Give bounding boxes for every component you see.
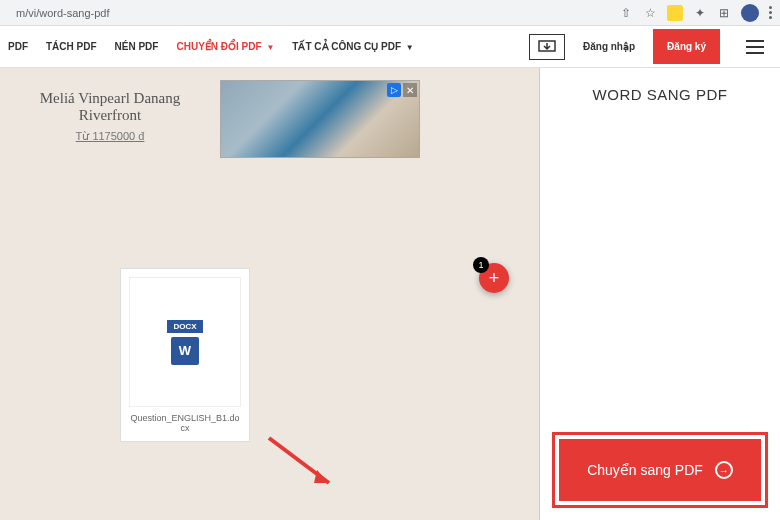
add-file-button[interactable]: 1 +	[479, 263, 509, 293]
browser-menu-icon[interactable]	[769, 6, 772, 19]
chrome-toolbar-icons: ⇧ ☆ ✦ ⊞	[619, 4, 772, 22]
download-app-button[interactable]	[529, 34, 565, 60]
ad-price: Từ 1175000 đ	[10, 130, 210, 143]
advertisement: Meliá Vinpearl Danang Riverfront Từ 1175…	[0, 68, 539, 158]
uploaded-file-card[interactable]: DOCX W Question_ENGLISH_B1.docx	[120, 268, 250, 442]
file-name-label: Question_ENGLISH_B1.docx	[129, 413, 241, 433]
word-icon: W	[171, 337, 199, 365]
left-workspace: Meliá Vinpearl Danang Riverfront Từ 1175…	[0, 68, 540, 520]
main-content: Meliá Vinpearl Danang Riverfront Từ 1175…	[0, 68, 780, 520]
file-thumbnail: DOCX W	[129, 277, 241, 407]
hamburger-menu-icon[interactable]	[738, 40, 772, 54]
extension-icon-1[interactable]	[667, 5, 683, 21]
puzzle-icon[interactable]: ⊞	[717, 6, 731, 20]
url-bar[interactable]: m/vi/word-sang-pdf	[8, 4, 611, 22]
nav-item-pdf[interactable]: PDF	[8, 41, 28, 52]
nav-item-split[interactable]: TÁCH PDF	[46, 41, 97, 52]
arrow-right-circle-icon: →	[715, 461, 733, 479]
ad-title: Meliá Vinpearl Danang Riverfront	[10, 90, 210, 124]
plus-icon: +	[489, 268, 500, 289]
main-nav: PDF TÁCH PDF NÉN PDF CHUYỂN ĐỔI PDF ▼ TẤ…	[0, 26, 780, 68]
ad-info-icon[interactable]: ▷	[387, 83, 401, 97]
ad-text-block[interactable]: Meliá Vinpearl Danang Riverfront Từ 1175…	[10, 80, 210, 158]
page-title: WORD SANG PDF	[540, 68, 780, 121]
browser-chrome: m/vi/word-sang-pdf ⇧ ☆ ✦ ⊞	[0, 0, 780, 26]
annotation-arrow	[259, 428, 349, 498]
signup-button[interactable]: Đăng ký	[653, 29, 720, 64]
star-icon[interactable]: ☆	[643, 6, 657, 20]
ad-banner-image[interactable]: ▷ ✕	[220, 80, 420, 158]
nav-item-all-tools[interactable]: TẤT CẢ CÔNG CỤ PDF ▼	[292, 41, 413, 52]
extension-icon-2[interactable]: ✦	[693, 6, 707, 20]
chevron-down-icon: ▼	[266, 43, 274, 52]
nav-label: CHUYỂN ĐỔI PDF	[176, 41, 261, 52]
docx-badge: DOCX	[167, 320, 202, 333]
right-sidebar: WORD SANG PDF Chuyển sang PDF →	[540, 68, 780, 520]
login-link[interactable]: Đăng nhập	[583, 41, 635, 52]
chevron-down-icon: ▼	[406, 43, 414, 52]
convert-to-pdf-button[interactable]: Chuyển sang PDF →	[559, 439, 761, 501]
ad-close-icon[interactable]: ✕	[403, 83, 417, 97]
nav-item-compress[interactable]: NÉN PDF	[115, 41, 159, 52]
convert-label: Chuyển sang PDF	[587, 462, 703, 478]
nav-label: TẤT CẢ CÔNG CỤ PDF	[292, 41, 401, 52]
convert-button-highlight: Chuyển sang PDF →	[552, 432, 768, 508]
profile-avatar[interactable]	[741, 4, 759, 22]
file-count-badge: 1	[473, 257, 489, 273]
share-icon[interactable]: ⇧	[619, 6, 633, 20]
nav-item-convert[interactable]: CHUYỂN ĐỔI PDF ▼	[176, 41, 274, 52]
